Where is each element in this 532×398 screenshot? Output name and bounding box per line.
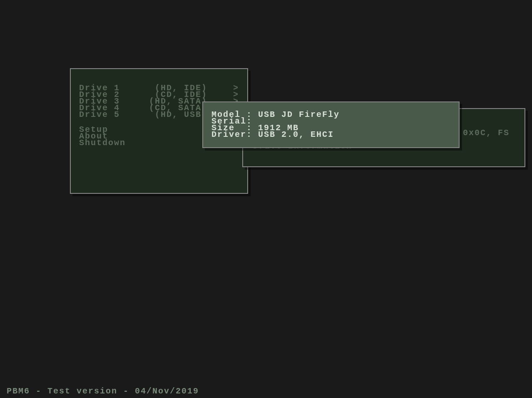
driver-row: Driver: USB 2.0, EHCI — [211, 131, 450, 138]
version-footer: PBM6 - Test version - 04/Nov/2019 — [7, 386, 199, 396]
model-value: USB JD FireFly — [258, 111, 340, 118]
driver-value: USB 2.0, EHCI — [258, 131, 334, 138]
drive-detail-popup: Model : USB JD FireFly Serial: Size : 19… — [202, 101, 460, 148]
driver-label: Driver: — [211, 131, 258, 138]
